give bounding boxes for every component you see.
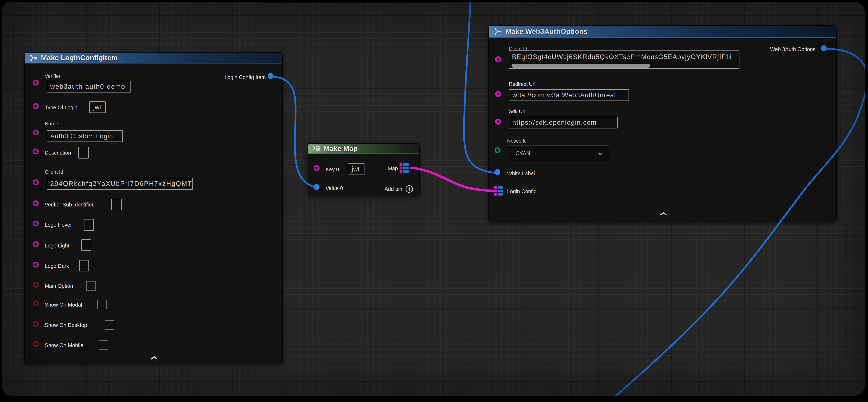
client-id-input[interactable]: 294QRkchfq2YaXUbPri7D6PH7xzHgQMT [46,178,193,190]
input-pin-logo-light[interactable] [33,241,39,247]
node-header[interactable]: Make Map [308,144,419,154]
input-pin-value0[interactable] [314,184,319,190]
pin-label: Show On Mobile [45,342,83,349]
chevron-down-icon [598,152,603,155]
input-pin-network[interactable] [495,147,500,153]
pin-label: Logo Dark [45,263,69,269]
pin-caption: Verifier [45,73,61,79]
input-pin-client-id[interactable] [33,179,39,185]
pin-caption: Network [507,138,526,144]
node-make-web3authoptions[interactable]: Make Web3AuthOptions Web 3Auth Options C… [488,25,837,222]
input-pin-verifier-sub-identifier[interactable] [33,200,39,206]
output-pin-map[interactable] [400,163,410,173]
pin-label: Show On Desktop [45,322,87,328]
description-input[interactable] [79,147,89,159]
pin-label: Map [375,165,398,172]
pin-label: Login Config [507,188,536,195]
input-pin-verifier[interactable] [33,80,39,86]
input-pin-name[interactable] [33,130,39,135]
pin-caption: Name [45,120,58,127]
pin-label: Main Option [45,283,73,289]
input-pin-logo-dark[interactable] [33,262,39,268]
make-struct-icon [494,28,502,35]
main-option-checkbox[interactable] [86,281,96,291]
pin-caption: Sdk Url [509,108,525,115]
collapse-button[interactable] [659,211,668,217]
input-pin-client-id[interactable] [495,56,501,62]
show-on-desktop-checkbox[interactable] [104,320,114,330]
pin-label: Key 0 [326,166,339,173]
sdk-url-input[interactable]: https://sdk.openlogin.com [509,117,618,128]
pin-caption: Client Id [45,169,63,175]
output-pin-label: Web 3Auth Options [753,46,815,53]
logo-hover-input[interactable] [84,219,94,231]
input-pin-type-of-login[interactable] [33,103,39,109]
input-pin-show-on-desktop[interactable] [33,321,39,327]
show-on-mobile-checkbox[interactable] [99,340,108,350]
pin-label: Show On Modal [45,301,82,308]
pin-label: Description [45,149,71,156]
input-pin-white-label[interactable] [495,169,500,175]
input-pin-sdk-url[interactable] [495,119,501,125]
node-title: Make Map [323,144,358,153]
make-map-icon [312,145,321,152]
pin-label: White Label [507,170,535,177]
client-id-text: BEglQSgt4cUWcj6SKRdu5QkOXTsePmMcusG5EAoy… [512,52,732,62]
add-pin-button[interactable] [405,185,413,193]
input-pin-show-on-modal[interactable] [33,300,39,306]
type-of-login-input[interactable]: jwt [89,101,106,113]
client-id-input[interactable]: BEglQSgt4cUWcj6SKRdu5QkOXTsePmMcusG5EAoy… [509,51,739,69]
input-pin-main-option[interactable] [33,282,39,288]
pin-caption: Redirect Url [509,81,535,87]
add-pin-label: Add pin [367,185,402,192]
output-pin-label: Login Config Item [214,74,266,81]
input-pin-show-on-mobile[interactable] [33,341,39,347]
logo-light-input[interactable] [81,239,91,251]
blueprint-graph-canvas[interactable]: Make LoginConfigItem Login Config Item V… [2,2,865,396]
network-dropdown[interactable]: CYAN [509,145,609,161]
chevron-up-icon [659,211,668,217]
collapse-button[interactable] [150,355,159,361]
pin-label: Type Of Login [45,104,78,111]
node-title: Make LoginConfigItem [41,54,118,62]
input-pin-key0[interactable] [314,165,319,171]
node-make-map[interactable]: Make Map Key 0 jwt Map Value 0 Add pin [308,143,420,196]
logo-dark-input[interactable] [79,260,89,271]
input-pin-login-config[interactable] [494,186,504,196]
redirect-url-input[interactable]: w3a://com.w3a.Web3AuthUnreal [509,89,629,101]
network-dropdown-value: CYAN [516,150,530,156]
chevron-up-icon [150,355,159,361]
node-header[interactable]: Make LoginConfigItem [25,53,282,63]
show-on-modal-checkbox[interactable] [97,299,107,309]
offscreen-node-partial[interactable] [262,2,443,3]
wire-map-to-loginconfig [410,168,496,191]
input-pin-logo-hover[interactable] [33,221,39,226]
node-header[interactable]: Make Web3AuthOptions [489,26,836,38]
node-title: Make Web3AuthOptions [505,27,587,35]
verifier-input[interactable]: web3auth-auth0-demo [46,81,131,92]
key0-input[interactable]: jwt [348,163,365,175]
pin-label: Logo Light [45,242,69,249]
pin-label: Verifier Sub Identifier [45,201,93,208]
input-pin-redirect-url[interactable] [495,91,501,97]
pin-label: Logo Hover [45,221,72,228]
plus-circle-icon [405,185,413,193]
verifier-sub-identifier-input[interactable] [111,199,122,210]
output-pin-login-config-item[interactable] [268,73,274,79]
output-pin-web3auth-options[interactable] [821,45,827,51]
input-pin-description[interactable] [33,148,39,154]
horizontal-scrollbar[interactable] [512,64,650,68]
pin-label: Value 0 [326,185,343,192]
node-make-loginconfigitem[interactable]: Make LoginConfigItem Login Config Item V… [24,52,283,364]
name-input[interactable]: Auth0 Custom Login [46,131,123,142]
make-struct-icon [30,54,38,62]
